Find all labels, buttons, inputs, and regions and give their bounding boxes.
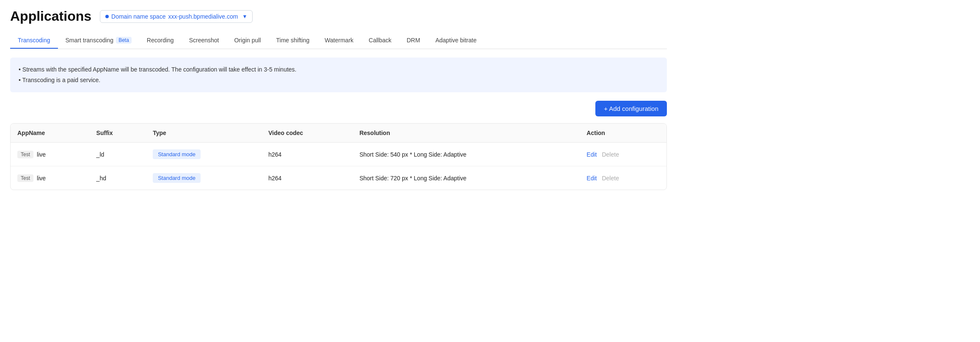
tab-screenshot[interactable]: Screenshot <box>182 33 227 49</box>
tab-transcoding[interactable]: Transcoding <box>10 33 58 49</box>
test-tag-1: Test <box>17 174 33 182</box>
info-line-1: • Streams with the specified AppName wil… <box>19 64 658 75</box>
domain-value: xxx-push.bpmedialive.com <box>168 13 238 20</box>
col-type: Type <box>146 124 262 143</box>
col-action: Action <box>580 124 666 143</box>
cell-action-1: Edit Delete <box>580 166 666 190</box>
info-line-2: • Transcoding is a paid service. <box>19 75 658 86</box>
cell-type-0: Standard mode <box>146 143 262 166</box>
mode-badge-0: Standard mode <box>153 149 201 159</box>
beta-badge: Beta <box>116 37 132 44</box>
appname-value-1: live <box>37 175 46 182</box>
cell-type-1: Standard mode <box>146 166 262 190</box>
add-configuration-button[interactable]: + Add configuration <box>595 101 667 116</box>
cell-codec-0: h264 <box>262 143 352 166</box>
tab-callback[interactable]: Callback <box>361 33 399 49</box>
cell-suffix-1: _hd <box>90 166 146 190</box>
edit-button-1[interactable]: Edit <box>586 175 597 182</box>
cell-appname-1: Test live <box>11 166 90 190</box>
table-row: Test live _hd Standard mode h264 Short S… <box>11 166 666 190</box>
tab-time-shifting[interactable]: Time shifting <box>269 33 317 49</box>
cell-resolution-0: Short Side: 540 px * Long Side: Adaptive <box>352 143 580 166</box>
domain-dot <box>105 15 109 18</box>
info-box: • Streams with the specified AppName wil… <box>10 58 667 92</box>
col-codec: Video codec <box>262 124 352 143</box>
domain-label: Domain name space <box>111 13 165 20</box>
col-suffix: Suffix <box>90 124 146 143</box>
page-title: Applications <box>10 8 91 24</box>
cell-appname-0: Test live <box>11 143 90 166</box>
cell-resolution-1: Short Side: 720 px * Long Side: Adaptive <box>352 166 580 190</box>
tabs-nav: Transcoding Smart transcoding Beta Recor… <box>10 33 667 49</box>
test-tag-0: Test <box>17 151 33 158</box>
tab-drm[interactable]: DRM <box>399 33 428 49</box>
delete-button-1[interactable]: Delete <box>602 175 619 182</box>
appname-value-0: live <box>37 151 46 158</box>
table-container: AppName Suffix Type Video codec Resoluti… <box>10 123 667 190</box>
cell-action-0: Edit Delete <box>580 143 666 166</box>
cell-codec-1: h264 <box>262 166 352 190</box>
delete-button-0[interactable]: Delete <box>602 151 619 158</box>
tab-smart-transcoding[interactable]: Smart transcoding Beta <box>58 33 139 49</box>
header: Applications Domain name space xxx-push.… <box>10 8 667 24</box>
table-header-row: AppName Suffix Type Video codec Resoluti… <box>11 124 666 143</box>
page: Applications Domain name space xxx-push.… <box>0 0 677 199</box>
domain-selector[interactable]: Domain name space xxx-push.bpmedialive.c… <box>100 10 253 23</box>
col-resolution: Resolution <box>352 124 580 143</box>
cell-suffix-0: _ld <box>90 143 146 166</box>
toolbar: + Add configuration <box>10 101 667 116</box>
tab-recording[interactable]: Recording <box>139 33 182 49</box>
col-appname: AppName <box>11 124 90 143</box>
edit-button-0[interactable]: Edit <box>586 151 597 158</box>
chevron-down-icon: ▼ <box>242 14 247 19</box>
tab-watermark[interactable]: Watermark <box>317 33 361 49</box>
mode-badge-1: Standard mode <box>153 173 201 183</box>
configurations-table: AppName Suffix Type Video codec Resoluti… <box>11 124 666 190</box>
tab-adaptive-bitrate[interactable]: Adaptive bitrate <box>428 33 484 49</box>
table-row: Test live _ld Standard mode h264 Short S… <box>11 143 666 166</box>
tab-origin-pull[interactable]: Origin pull <box>226 33 268 49</box>
